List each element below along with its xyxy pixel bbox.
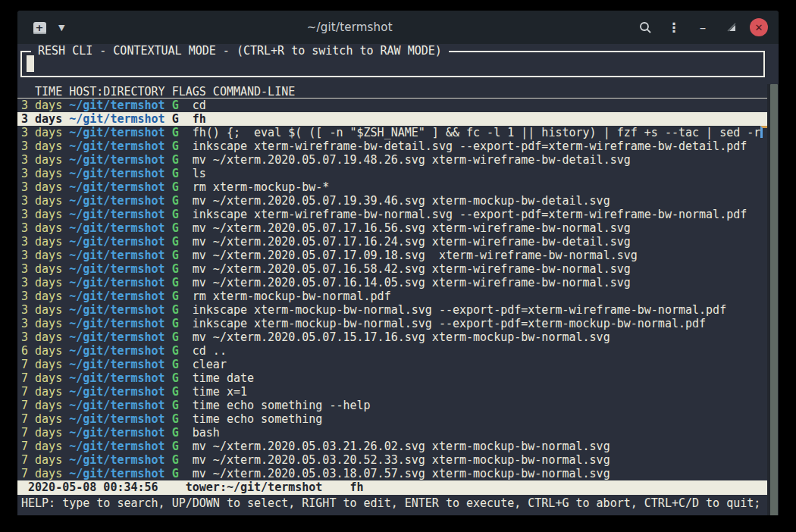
row-time: 3 days (21, 194, 62, 208)
chevron-down-icon[interactable]: ▼ (58, 23, 64, 33)
new-tab-button[interactable]: + (31, 20, 48, 34)
row-command: inkscape xterm-wireframe-bw-detail.svg -… (193, 139, 747, 153)
row-command: time date (193, 371, 254, 385)
row-directory: ~/git/termshot (69, 344, 165, 358)
row-time: 6 days (21, 344, 62, 358)
history-row[interactable]: 7 days ~/git/termshot G time echo someth… (17, 412, 779, 426)
row-command: mv ~/xterm.2020.05.07.19.48.26.svg xterm… (193, 153, 631, 167)
history-table-header: TIME HOST:DIRECTORY FLAGS COMMAND-LINE (17, 85, 779, 99)
row-command: fh() {; eval $( ([ -n "$ZSH_NAME" ] && f… (193, 126, 761, 139)
row-command: inkscape xterm-mockup-bw-normal.svg --ex… (193, 317, 706, 330)
row-time: 7 days (21, 358, 62, 371)
minimize-button[interactable]: – (692, 17, 713, 38)
row-flag: G (172, 385, 179, 399)
row-directory: ~/git/termshot (69, 249, 165, 262)
history-row[interactable]: 3 days ~/git/termshot G inkscape xterm-m… (17, 303, 779, 317)
scrollbar[interactable] (767, 84, 779, 515)
row-command: rm xterm-mockup-bw-normal.pdf (193, 289, 391, 303)
history-list: 3 days ~/git/termshot G cd3 days ~/git/t… (17, 99, 779, 480)
help-line: HELP: type to search, UP/DOWN to select,… (17, 496, 779, 510)
history-row[interactable]: 3 days ~/git/termshot G cd (17, 99, 779, 112)
history-row[interactable]: 7 days ~/git/termshot G bash (17, 426, 779, 440)
history-row[interactable]: 7 days ~/git/termshot G mv ~/xterm.2020.… (17, 453, 779, 467)
row-directory: ~/git/termshot (69, 112, 165, 126)
row-time: 3 days (21, 167, 62, 180)
history-row[interactable]: 7 days ~/git/termshot G time x=1 (17, 385, 779, 399)
row-flag: G (172, 167, 179, 180)
history-row[interactable]: 3 days ~/git/termshot G mv ~/xterm.2020.… (17, 276, 779, 289)
row-command: clear (193, 358, 227, 371)
row-directory: ~/git/termshot (69, 289, 165, 303)
row-time: 3 days (21, 99, 62, 112)
window-title: ~/git/termshot (64, 20, 635, 34)
history-row[interactable]: 3 days ~/git/termshot G fh() {; eval $( … (17, 126, 779, 139)
row-command: inkscape xterm-mockup-bw-normal.svg --ex… (193, 303, 726, 317)
menu-button[interactable]: ⋮ (663, 17, 685, 38)
terminal-window: + ▼ ~/git/termshot ⋮ – (17, 11, 779, 515)
history-row[interactable]: 7 days ~/git/termshot G time echo someth… (17, 399, 779, 412)
row-directory: ~/git/termshot (69, 262, 165, 276)
row-flag: G (172, 235, 179, 249)
history-row[interactable]: 3 days ~/git/termshot G mv ~/xterm.2020.… (17, 330, 779, 344)
row-flag: G (172, 262, 179, 276)
history-row[interactable]: 7 days ~/git/termshot G time date (17, 371, 779, 385)
row-flag: G (172, 303, 179, 317)
row-directory: ~/git/termshot (69, 385, 165, 399)
history-row[interactable]: 3 days ~/git/termshot G rm xterm-mockup-… (17, 180, 779, 194)
kebab-menu-icon: ⋮ (668, 20, 681, 35)
restore-button[interactable] (721, 17, 742, 38)
row-directory: ~/git/termshot (69, 208, 165, 221)
row-flag: G (172, 139, 179, 153)
history-row[interactable]: 7 days ~/git/termshot G mv ~/xterm.2020.… (17, 467, 779, 480)
row-flag: G (172, 371, 179, 385)
history-row[interactable]: 3 days ~/git/termshot G mv ~/xterm.2020.… (17, 194, 779, 208)
row-time: 3 days (21, 235, 62, 249)
row-time: 3 days (21, 303, 62, 317)
row-directory: ~/git/termshot (69, 412, 165, 426)
row-time: 3 days (21, 126, 62, 139)
search-icon (639, 21, 652, 34)
selected-entry-status-bar: 2020-05-08 00:34:56 tower:~/git/termshot… (17, 480, 779, 495)
row-flag: G (172, 221, 179, 235)
resh-search-input[interactable]: RESH CLI - CONTEXTUAL MODE - (CTRL+R to … (20, 51, 765, 77)
history-row[interactable]: 7 days ~/git/termshot G clear (17, 358, 779, 371)
history-row[interactable]: 3 days ~/git/termshot G mv ~/xterm.2020.… (17, 249, 779, 262)
row-time: 3 days (21, 289, 62, 303)
history-row[interactable]: 3 days ~/git/termshot G mv ~/xterm.2020.… (17, 153, 779, 167)
history-row[interactable]: 3 days ~/git/termshot G mv ~/xterm.2020.… (17, 235, 779, 249)
row-command: mv ~/xterm.2020.05.03.18.07.57.svg xterm… (193, 467, 610, 480)
row-directory: ~/git/termshot (69, 330, 165, 344)
row-command: time echo something --help (193, 399, 371, 412)
row-directory: ~/git/termshot (69, 126, 165, 139)
history-row[interactable]: 3 days ~/git/termshot G mv ~/xterm.2020.… (17, 221, 779, 235)
history-row[interactable]: 7 days ~/git/termshot G mv ~/xterm.2020.… (17, 440, 779, 453)
titlebar: + ▼ ~/git/termshot ⋮ – (17, 11, 779, 44)
history-row[interactable]: 3 days ~/git/termshot G fh (17, 112, 779, 126)
history-row[interactable]: 6 days ~/git/termshot G cd .. (17, 344, 779, 358)
history-row[interactable]: 3 days ~/git/termshot G mv ~/xterm.2020.… (17, 262, 779, 276)
row-command: mv ~/xterm.2020.05.07.17.16.56.svg xterm… (193, 221, 631, 235)
history-row[interactable]: 3 days ~/git/termshot G ls (17, 167, 779, 180)
row-time: 3 days (21, 249, 62, 262)
history-row[interactable]: 3 days ~/git/termshot G inkscape xterm-w… (17, 139, 779, 153)
row-time: 3 days (21, 330, 62, 344)
row-time: 7 days (21, 371, 62, 385)
close-button[interactable]: ✕ (750, 18, 768, 36)
history-row[interactable]: 3 days ~/git/termshot G rm xterm-mockup-… (17, 289, 779, 303)
search-button[interactable] (635, 17, 656, 38)
row-directory: ~/git/termshot (69, 467, 165, 480)
row-flag: G (172, 112, 179, 126)
row-flag: G (172, 344, 179, 358)
row-directory: ~/git/termshot (69, 426, 165, 440)
scrollbar-thumb[interactable] (770, 84, 778, 515)
row-time: 7 days (21, 426, 62, 440)
history-row[interactable]: 3 days ~/git/termshot G inkscape xterm-w… (17, 208, 779, 221)
row-directory: ~/git/termshot (69, 194, 165, 208)
row-command: mv ~/xterm.2020.05.07.17.16.24.svg xterm… (193, 235, 631, 249)
history-row[interactable]: 3 days ~/git/termshot G inkscape xterm-m… (17, 317, 779, 330)
row-command: mv ~/xterm.2020.05.07.16.14.05.svg xterm… (193, 276, 631, 289)
row-flag: G (172, 317, 179, 330)
row-flag: G (172, 289, 179, 303)
row-command: time echo something (193, 412, 323, 426)
resh-mode-title: RESH CLI - CONTEXTUAL MODE - (CTRL+R to … (31, 44, 449, 58)
